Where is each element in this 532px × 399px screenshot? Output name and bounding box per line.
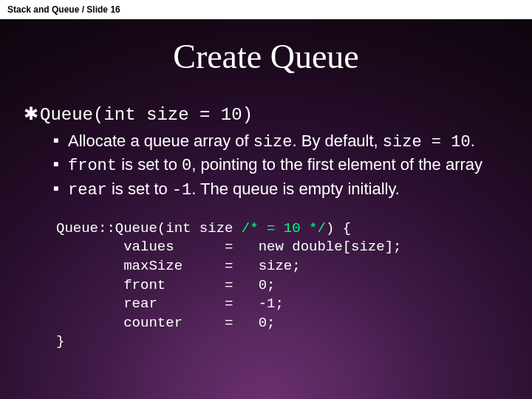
code-inline: size = 10 — [383, 133, 471, 151]
code-inline: rear — [68, 181, 107, 200]
slide: Stack and Queue / Slide 16 Create Queue … — [0, 0, 532, 399]
text-part: . — [471, 132, 475, 150]
bullet-constructor: ✱ Queue(int size = 10) — [24, 103, 514, 126]
code-line-part: Queue::Queue(int size — [56, 220, 242, 236]
square-bullet-icon: ■ — [53, 131, 68, 147]
slide-title: Create Queue — [0, 37, 532, 76]
code-line: front = 0; — [56, 277, 275, 293]
code-block: Queue::Queue(int size /* = 10 */) { valu… — [56, 219, 514, 352]
text-part: Allocate a queue array of — [68, 132, 253, 150]
code-inline: -1 — [172, 181, 191, 200]
star-bullet-icon: ✱ — [24, 103, 40, 125]
subbullet-rear: ■ rear is set to -1. The queue is empty … — [53, 179, 514, 202]
code-inline: front — [68, 157, 117, 175]
square-bullet-icon: ■ — [53, 179, 68, 195]
code-comment: /* = 10 */ — [242, 220, 326, 236]
code-line: maxSize = size; — [56, 258, 301, 274]
code-line: values = new double[size]; — [56, 239, 401, 255]
subbullet-rear-text: rear is set to -1. The queue is empty in… — [68, 179, 514, 202]
subbullet-front: ■ front is set to 0, pointing to the fir… — [53, 154, 514, 177]
text-part: , pointing to the first element of the a… — [191, 155, 482, 174]
code-line: rear = -1; — [56, 296, 284, 312]
subbullet-allocate: ■ Allocate a queue array of size. By def… — [53, 131, 514, 154]
subbullet-allocate-text: Allocate a queue array of size. By defau… — [68, 131, 514, 154]
code-inline: size — [253, 133, 293, 151]
subbullet-front-text: front is set to 0, pointing to the first… — [68, 154, 514, 177]
text-part: is set to — [107, 180, 172, 198]
text-part: . The queue is empty initially. — [191, 180, 400, 198]
code-line: counter = 0; — [56, 315, 275, 331]
code-line: } — [56, 333, 64, 349]
slide-body: ✱ Queue(int size = 10) ■ Allocate a queu… — [24, 103, 514, 352]
slide-header-label: Stack and Queue / Slide 16 — [7, 4, 120, 15]
code-line-part: ) { — [326, 220, 351, 236]
bullet-constructor-text: Queue(int size = 10) — [40, 105, 253, 126]
square-bullet-icon: ■ — [53, 154, 68, 171]
text-part: is set to — [117, 155, 182, 174]
code-inline: 0 — [182, 157, 191, 175]
slide-header: Stack and Queue / Slide 16 — [0, 0, 532, 19]
text-part: . By default, — [293, 132, 383, 150]
